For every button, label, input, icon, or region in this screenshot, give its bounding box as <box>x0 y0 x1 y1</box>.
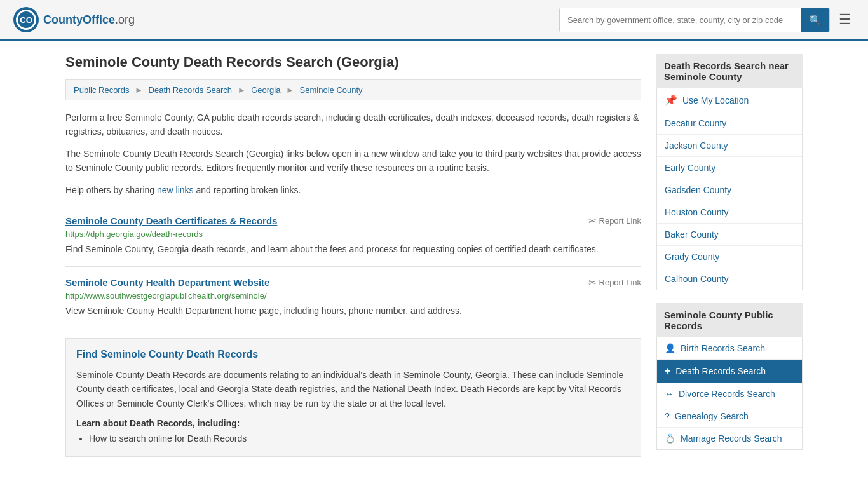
sidebar-item-genealogy[interactable]: ? Genealogy Search <box>657 405 802 428</box>
sidebar-label-gadsden: Gadsden County <box>665 185 731 195</box>
sidebar-label-marriage-records: Marriage Records Search <box>681 433 782 444</box>
find-section-para: Seminole County Death Records are docume… <box>76 368 630 410</box>
sidebar: Death Records Search near Seminole Count… <box>656 54 803 463</box>
report-link-2[interactable]: ✂ Report Link <box>588 277 641 288</box>
description-3-suffix: and reporting broken links. <box>194 185 301 195</box>
sidebar-label-grady: Grady County <box>665 252 719 262</box>
sidebar-item-divorce-records[interactable]: ↔ Divorce Records Search <box>657 383 802 405</box>
sidebar-public-records-section: Seminole County Public Records 👤 Birth R… <box>656 303 803 450</box>
find-section-subtitle: Learn about Death Records, including: <box>76 418 630 428</box>
logo-area: CO CountyOffice.org <box>13 6 135 33</box>
sidebar-label-death-records: Death Records Search <box>675 366 766 376</box>
find-list: How to search online for Death Records <box>76 433 630 444</box>
sidebar-label-genealogy: Genealogy Search <box>675 411 749 421</box>
person-icon: 👤 <box>665 343 675 353</box>
sidebar-item-birth-records[interactable]: 👤 Birth Records Search <box>657 337 802 360</box>
resource-desc-1: Find Seminole County, Georgia death reco… <box>65 243 641 256</box>
sidebar-item-marriage-records[interactable]: 💍 Marriage Records Search <box>657 428 802 449</box>
description-1: Perform a free Seminole County, GA publi… <box>65 111 641 139</box>
arrows-icon: ↔ <box>665 389 674 399</box>
report-link-1[interactable]: ✂ Report Link <box>588 215 641 227</box>
sidebar-item-grady[interactable]: Grady County <box>657 246 802 268</box>
scissors-icon-2: ✂ <box>588 277 597 288</box>
sidebar-item-gadsden[interactable]: Gadsden County <box>657 179 802 201</box>
breadcrumb: Public Records ► Death Records Search ► … <box>65 79 641 100</box>
sidebar-item-calhoun[interactable]: Calhoun County <box>657 268 802 290</box>
sidebar-item-decatur[interactable]: Decatur County <box>657 112 802 135</box>
resource-header-1: Seminole County Death Certificates & Rec… <box>65 215 641 227</box>
svg-text:CO: CO <box>20 15 32 25</box>
resource-card-1: Seminole County Death Certificates & Rec… <box>65 205 641 266</box>
search-bar: 🔍 <box>559 8 830 32</box>
page-title: Seminole County Death Records Search (Ge… <box>65 54 641 71</box>
logo-icon: CO <box>13 6 39 33</box>
sidebar-label-divorce-records: Divorce Records Search <box>679 389 775 399</box>
breadcrumb-sep2: ► <box>238 85 246 95</box>
plus-icon: + <box>665 365 670 377</box>
sidebar-label-use-my-location: Use My Location <box>682 95 749 105</box>
hamburger-menu-icon[interactable]: ☰ <box>835 8 855 32</box>
breadcrumb-seminole[interactable]: Seminole County <box>300 85 363 95</box>
sidebar-label-decatur: Decatur County <box>665 118 726 128</box>
location-pin-icon: 📌 <box>665 94 677 106</box>
content-area: Seminole County Death Records Search (Ge… <box>65 54 641 463</box>
breadcrumb-public-records[interactable]: Public Records <box>74 85 129 95</box>
sidebar-public-records-list: 👤 Birth Records Search + Death Records S… <box>656 337 803 450</box>
breadcrumb-sep3: ► <box>286 85 294 95</box>
sidebar-item-use-my-location[interactable]: 📌 Use My Location <box>657 88 802 112</box>
search-input[interactable] <box>560 10 801 30</box>
scissors-icon-1: ✂ <box>588 215 597 227</box>
description-3: Help others by sharing new links and rep… <box>65 183 641 197</box>
resource-card-2: Seminole County Health Department Websit… <box>65 266 641 328</box>
description-3-prefix: Help others by sharing <box>65 185 157 195</box>
logo-text: CountyOffice.org <box>43 13 135 27</box>
breadcrumb-sep1: ► <box>135 85 143 95</box>
main-container: Seminole County Death Records Search (Ge… <box>53 41 815 475</box>
resource-url-2: http://www.southwestgeorgiapublichealth.… <box>65 291 641 301</box>
find-section: Find Seminole County Death Records Semin… <box>65 338 641 457</box>
resource-desc-2: View Seminole County Health Department h… <box>65 304 641 318</box>
sidebar-item-jackson[interactable]: Jackson County <box>657 135 802 157</box>
breadcrumb-death-records[interactable]: Death Records Search <box>149 85 233 95</box>
sidebar-label-birth-records: Birth Records Search <box>681 343 765 353</box>
sidebar-nearby-list: 📌 Use My Location Decatur County Jackson… <box>656 88 803 290</box>
sidebar-label-baker: Baker County <box>665 229 719 240</box>
find-list-item-1: How to search online for Death Records <box>89 433 630 444</box>
sidebar-public-records-header: Seminole County Public Records <box>656 303 803 337</box>
new-links-link[interactable]: new links <box>157 185 194 195</box>
sidebar-label-houston: Houston County <box>665 207 728 217</box>
sidebar-item-early[interactable]: Early County <box>657 157 802 179</box>
sidebar-nearby-header: Death Records Search near Seminole Count… <box>656 54 803 88</box>
resource-header-2: Seminole County Health Department Websit… <box>65 277 641 288</box>
sidebar-item-baker[interactable]: Baker County <box>657 224 802 246</box>
breadcrumb-georgia[interactable]: Georgia <box>251 85 280 95</box>
resource-title-1[interactable]: Seminole County Death Certificates & Rec… <box>65 215 277 226</box>
resource-title-2[interactable]: Seminole County Health Department Websit… <box>65 277 269 288</box>
sidebar-label-early: Early County <box>665 163 715 173</box>
sidebar-nearby-section: Death Records Search near Seminole Count… <box>656 54 803 290</box>
site-header: CO CountyOffice.org 🔍 ☰ <box>0 0 868 41</box>
rings-icon: 💍 <box>665 433 675 444</box>
sidebar-label-calhoun: Calhoun County <box>665 274 728 284</box>
find-section-title: Find Seminole County Death Records <box>76 349 630 360</box>
question-icon: ? <box>665 411 670 421</box>
sidebar-item-houston[interactable]: Houston County <box>657 201 802 224</box>
sidebar-label-jackson: Jackson County <box>665 140 728 151</box>
description-2: The Seminole County Death Records Search… <box>65 147 641 175</box>
resource-url-1: https://dph.georgia.gov/death-records <box>65 229 641 239</box>
search-area: 🔍 ☰ <box>559 8 855 32</box>
search-button[interactable]: 🔍 <box>801 8 829 32</box>
sidebar-item-death-records[interactable]: + Death Records Search <box>657 360 802 383</box>
